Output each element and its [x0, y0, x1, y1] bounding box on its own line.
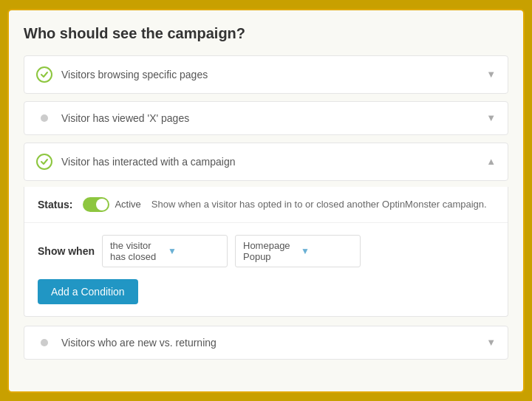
- rule-row-visitors-browsing[interactable]: Visitors browsing specific pages ▼: [24, 55, 508, 94]
- active-toggle[interactable]: [83, 197, 109, 212]
- show-when-label: Show when: [38, 245, 95, 257]
- show-when-row: Show when the visitor has closed ▼ Homep…: [38, 235, 494, 267]
- rule-row-left-4: Visitors who are new vs. returning: [36, 337, 216, 349]
- expanded-panel: Status: Active Show when a visitor has o…: [24, 187, 508, 317]
- rule-label-visitor-interacted: Visitor has interacted with a campaign: [61, 156, 236, 168]
- rule-row-left-3: Visitor has interacted with a campaign: [36, 154, 236, 170]
- dropdown1-arrow: ▼: [168, 246, 219, 256]
- condition-area: Show when the visitor has closed ▼ Homep…: [24, 223, 508, 316]
- rule-row-visitor-interacted[interactable]: Visitor has interacted with a campaign ▲: [24, 143, 508, 181]
- toggle-wrap: Active: [83, 197, 140, 212]
- chevron-visitors-new-returning: ▼: [486, 337, 496, 348]
- check-icon-visitors-browsing: [36, 66, 52, 83]
- rule-row-left-2: Visitor has viewed 'X' pages: [36, 112, 189, 124]
- dot-icon-visitor-viewed: [41, 114, 48, 122]
- main-card: Who should see the campaign? Visitors br…: [7, 9, 525, 393]
- rule-label-visitor-viewed: Visitor has viewed 'X' pages: [61, 112, 189, 124]
- dot-icon-visitors-new-returning: [41, 339, 48, 346]
- dropdown2-arrow: ▼: [301, 246, 352, 256]
- rule-row-visitors-new-returning[interactable]: Visitors who are new vs. returning ▼: [24, 326, 508, 360]
- chevron-visitors-browsing: ▼: [486, 69, 496, 80]
- toggle-text: Active: [115, 199, 140, 210]
- status-label: Status:: [38, 199, 72, 210]
- chevron-visitor-viewed: ▼: [486, 112, 496, 123]
- rule-row-left: Visitors browsing specific pages: [36, 66, 208, 83]
- check-icon-visitor-interacted: [36, 154, 52, 170]
- chevron-visitor-interacted: ▲: [486, 156, 496, 167]
- status-row: Status: Active Show when a visitor has o…: [24, 187, 508, 223]
- rule-row-visitor-viewed[interactable]: Visitor has viewed 'X' pages ▼: [24, 101, 508, 135]
- rule-label-visitors-browsing: Visitors browsing specific pages: [61, 69, 208, 80]
- rule-label-visitors-new-returning: Visitors who are new vs. returning: [61, 337, 216, 349]
- add-condition-button[interactable]: Add a Condition: [38, 279, 138, 304]
- status-description: Show when a visitor has opted in to or c…: [151, 199, 487, 210]
- page-title: Who should see the campaign?: [24, 25, 508, 42]
- dropdown1-value: the visitor has closed: [110, 240, 162, 262]
- campaign-name-dropdown[interactable]: Homepage Popup ▼: [235, 235, 361, 267]
- visitor-action-dropdown[interactable]: the visitor has closed ▼: [102, 235, 228, 267]
- dropdown2-value: Homepage Popup: [243, 240, 295, 262]
